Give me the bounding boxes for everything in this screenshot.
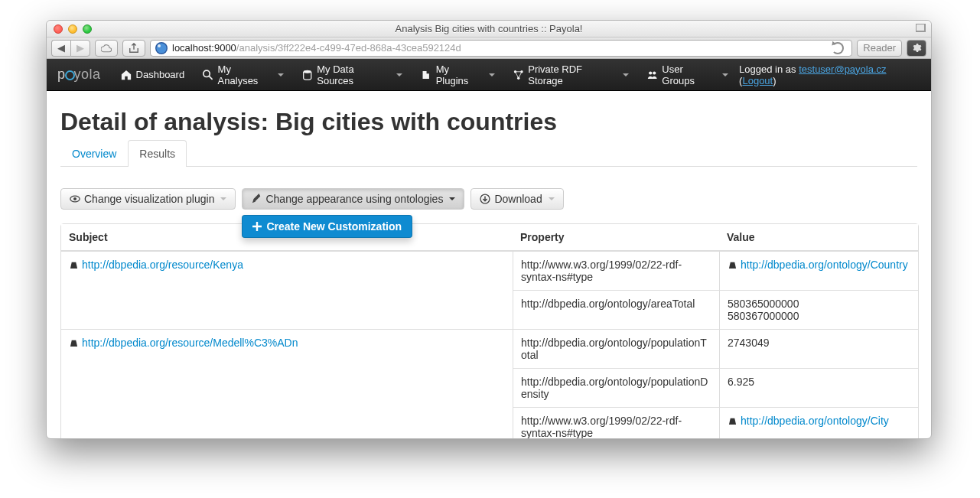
cell-value: http://dbpedia.org/ontology/City	[719, 407, 918, 438]
window-titlebar: Analysis Big cities with countries :: Pa…	[47, 21, 931, 37]
svg-point-1	[303, 70, 311, 73]
svg-point-0	[203, 70, 210, 76]
ontologies-dropdown: Create New Customization	[242, 215, 412, 238]
zoom-window-button[interactable]	[83, 24, 92, 34]
chevron-down-icon	[278, 73, 284, 76]
cell-property: http://dbpedia.org/ontology/areaTotal	[513, 290, 719, 329]
nav-label: User Groups	[662, 63, 716, 86]
svg-point-8	[73, 197, 77, 200]
col-property: Property	[513, 224, 719, 251]
auth-status: Logged in as testuser@payola.cz (Logout)	[739, 63, 920, 86]
url-path: /analysis/3ff222e4-c499-47ed-868a-43cea5…	[236, 42, 461, 54]
table-header-row: Subject Property Value	[61, 224, 918, 251]
cell-value: 2743049	[719, 329, 918, 368]
nav-label: Dashboard	[136, 69, 185, 80]
rdf-icon	[728, 417, 737, 425]
nav-private-rdf[interactable]: Private RDF Storage	[506, 59, 637, 91]
cell-subject: http://dbpedia.org/resource/Kenya	[61, 251, 513, 329]
app-navbar: p yola Dashboard My Analyses My Data Sou…	[47, 59, 931, 91]
nav-label: My Plugins	[436, 63, 483, 86]
logout-link[interactable]: Logout	[742, 75, 773, 86]
favicon-icon	[155, 42, 168, 54]
cell-value: http://dbpedia.org/ontology/Country	[719, 251, 918, 290]
nav-back-button[interactable]: ◀	[51, 40, 70, 57]
nav-forward-button[interactable]: ▶	[70, 40, 90, 57]
cell-value: 6.925	[719, 368, 918, 407]
cell-subject: http://dbpedia.org/resource/Medell%C3%AD…	[61, 329, 513, 438]
browser-toolbar: ◀ ▶ localhost:9000 /analysis/3ff222e4-c4…	[47, 37, 931, 59]
brand-logo[interactable]: p yola	[57, 67, 101, 83]
nav-label: Private RDF Storage	[528, 63, 617, 86]
nav-my-plugins[interactable]: My Plugins	[413, 59, 502, 91]
value-link[interactable]: http://dbpedia.org/ontology/City	[741, 415, 889, 427]
page-content: Detail of analysis: Big cities with coun…	[47, 91, 931, 438]
results-table: Subject Property Value http://dbpedia.or…	[60, 223, 919, 438]
create-customization-item[interactable]: Create New Customization	[243, 216, 412, 237]
share-button[interactable]	[122, 40, 145, 57]
svg-point-5	[649, 71, 652, 74]
cell-property: http://dbpedia.org/ontology/populationTo…	[513, 329, 719, 368]
reader-button[interactable]: Reader	[857, 40, 902, 57]
icloud-button[interactable]	[95, 40, 118, 57]
svg-point-6	[653, 71, 656, 74]
browser-window: Analysis Big cities with countries :: Pa…	[46, 20, 932, 439]
table-row: http://dbpedia.org/resource/Kenya http:/…	[61, 251, 918, 290]
tab-overview[interactable]: Overview	[60, 140, 128, 167]
page-title: Detail of analysis: Big cities with coun…	[60, 108, 917, 136]
reload-icon[interactable]	[832, 42, 844, 54]
chevron-down-icon	[449, 197, 455, 200]
maximize-icon[interactable]	[916, 24, 926, 32]
settings-button[interactable]	[907, 40, 926, 57]
address-bar[interactable]: localhost:9000 /analysis/3ff222e4-c499-4…	[150, 40, 852, 57]
rdf-icon	[728, 261, 737, 269]
download-button[interactable]: Download	[470, 188, 563, 210]
minimize-window-button[interactable]	[68, 24, 77, 34]
rdf-icon	[69, 261, 79, 269]
user-link[interactable]: testuser@payola.cz	[799, 63, 886, 75]
nav-label: My Data Sources	[317, 63, 390, 86]
results-toolbar: Change visualization plugin Change appea…	[60, 188, 917, 210]
nav-dashboard[interactable]: Dashboard	[113, 59, 193, 91]
chevron-down-icon	[489, 73, 495, 76]
nav-my-data-sources[interactable]: My Data Sources	[295, 59, 410, 91]
chevron-down-icon	[396, 73, 402, 76]
button-label: Download	[494, 193, 542, 205]
table-row: http://dbpedia.org/resource/Medell%C3%AD…	[61, 329, 918, 368]
url-host: localhost:9000	[172, 42, 236, 54]
dropdown-item-label: Create New Customization	[266, 220, 402, 233]
rdf-icon	[69, 339, 79, 347]
chevron-down-icon	[549, 197, 555, 200]
brand-ring-icon	[65, 70, 75, 80]
nav-my-analyses[interactable]: My Analyses	[195, 59, 291, 91]
cell-property: http://dbpedia.org/ontology/populationDe…	[513, 368, 719, 407]
tabs: Overview Results	[60, 139, 917, 167]
chevron-down-icon	[623, 73, 629, 76]
col-value: Value	[719, 224, 918, 251]
value-link[interactable]: http://dbpedia.org/ontology/Country	[741, 259, 908, 271]
subject-link[interactable]: http://dbpedia.org/resource/Medell%C3%AD…	[82, 337, 298, 349]
cell-property: http://www.w3.org/1999/02/22-rdf-syntax-…	[513, 407, 719, 438]
close-window-button[interactable]	[54, 24, 63, 34]
change-ontologies-button[interactable]: Change appearance using ontologies	[242, 188, 464, 210]
button-label: Change appearance using ontologies	[265, 193, 443, 205]
cell-value: 580365000000 580367000000	[719, 290, 918, 329]
cell-property: http://www.w3.org/1999/02/22-rdf-syntax-…	[513, 251, 719, 290]
subject-link[interactable]: http://dbpedia.org/resource/Kenya	[82, 259, 243, 271]
button-label: Change visualization plugin	[84, 193, 214, 205]
nav-label: My Analyses	[218, 63, 272, 86]
tab-results[interactable]: Results	[128, 140, 187, 167]
change-visualization-button[interactable]: Change visualization plugin	[60, 188, 236, 210]
nav-user-groups[interactable]: User Groups	[640, 59, 736, 91]
window-title: Analysis Big cities with countries :: Pa…	[47, 23, 931, 34]
chevron-down-icon	[220, 197, 226, 200]
chevron-down-icon	[722, 73, 728, 76]
